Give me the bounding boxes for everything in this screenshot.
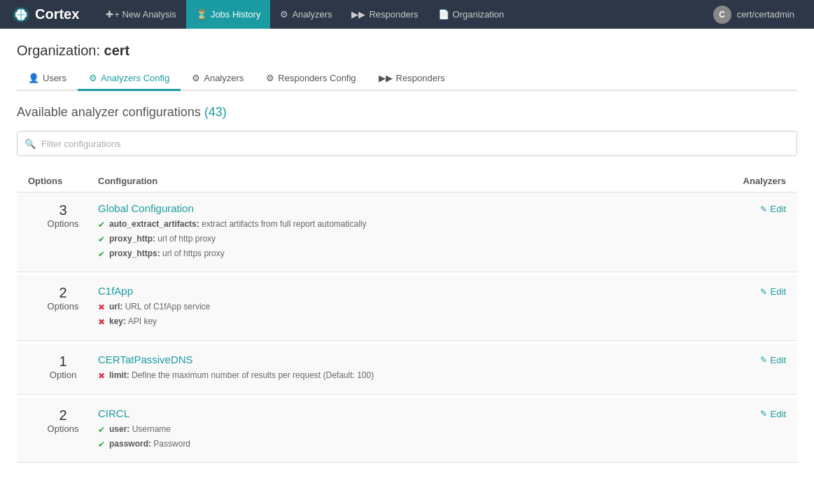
options-count: 2 Options: [28, 407, 98, 434]
new-analysis-button[interactable]: ✚ + New Analysis: [96, 0, 186, 29]
config-option-item: ✖ key: API key: [98, 316, 674, 328]
config-option-item: ✖ url: URL of C1fApp service: [98, 301, 674, 314]
edit-button[interactable]: ✎ Edit: [760, 202, 786, 214]
tab-responders[interactable]: ▶▶ Responders: [367, 67, 456, 91]
check-icon: ✔: [98, 219, 105, 231]
config-name[interactable]: Global Configuration: [98, 202, 674, 214]
settings-icon-3: ⚙: [266, 73, 274, 83]
edit-icon: ✎: [760, 204, 767, 214]
tab-responders-config[interactable]: ⚙ Responders Config: [255, 67, 367, 91]
config-name[interactable]: CIRCL: [98, 407, 674, 419]
check-icon: ✔: [98, 439, 105, 451]
edit-icon: ✎: [760, 355, 767, 365]
col-analyzers: Analyzers: [688, 176, 786, 186]
option-text: password: Password: [109, 438, 190, 450]
username: cert/certadmin: [737, 9, 794, 20]
responders-icon: ▶▶: [351, 9, 365, 20]
config-list: 3 Options Global Configuration ✔ auto_ex…: [17, 192, 797, 463]
plus-icon: ✚: [106, 9, 113, 20]
config-name[interactable]: CERTatPassiveDNS: [98, 354, 674, 365]
edit-button[interactable]: ✎ Edit: [760, 285, 786, 297]
edit-button[interactable]: ✎ Edit: [760, 407, 786, 419]
responders-nav[interactable]: ▶▶ Responders: [342, 0, 428, 29]
config-row: 2 Options CIRCL ✔ user: Username ✔ passw…: [17, 398, 797, 463]
main-content: Organization: cert 👤 Users ⚙ Analyzers C…: [0, 29, 814, 504]
tab-users[interactable]: 👤 Users: [17, 67, 78, 91]
check-icon: ✔: [98, 234, 105, 246]
analyzers-nav[interactable]: ⚙ Analyzers: [270, 0, 342, 29]
col-configuration: Configuration: [98, 176, 688, 186]
options-count: 3 Options: [28, 202, 98, 229]
tab-analyzers[interactable]: ⚙ Analyzers: [181, 67, 255, 91]
option-text: url: URL of C1fApp service: [109, 301, 210, 313]
brain-icon: [11, 5, 31, 24]
tab-analyzers-config[interactable]: ⚙ Analyzers Config: [78, 67, 181, 91]
timer-icon: ⏳: [196, 9, 207, 20]
org-icon: 📄: [438, 9, 449, 20]
settings-icon-1: ⚙: [89, 73, 97, 83]
analyzers-icon: ⚙: [280, 9, 288, 20]
page-title: Organization: cert: [17, 43, 797, 59]
config-details: C1fApp ✖ url: URL of C1fApp service ✖ ke…: [98, 285, 688, 330]
option-text: proxy_http: url of http proxy: [109, 233, 216, 245]
config-details: CERTatPassiveDNS ✖ limit: Define the max…: [98, 354, 688, 384]
edit-icon: ✎: [760, 409, 767, 419]
tabs: 👤 Users ⚙ Analyzers Config ⚙ Analyzers ⚙…: [17, 67, 797, 91]
options-count: 1 Option: [28, 354, 98, 380]
search-input[interactable]: [41, 139, 790, 149]
user-icon: 👤: [28, 73, 39, 83]
config-name[interactable]: C1fApp: [98, 285, 674, 297]
option-text: user: Username: [109, 424, 171, 435]
config-details: Global Configuration ✔ auto_extract_arti…: [98, 202, 688, 262]
brand-name: Cortex: [35, 6, 79, 22]
navbar: Cortex ✚ + New Analysis ⏳ Jobs History ⚙…: [0, 0, 814, 29]
config-option-item: ✔ proxy_https: url of https proxy: [98, 248, 674, 260]
brand[interactable]: Cortex: [11, 5, 79, 24]
config-option-item: ✖ limit: Define the maximum number of re…: [98, 370, 674, 382]
config-option-item: ✔ user: Username: [98, 424, 674, 436]
config-option-item: ✔ proxy_http: url of http proxy: [98, 233, 674, 246]
options-count: 2 Options: [28, 285, 98, 312]
jobs-history-nav[interactable]: ⏳ Jobs History: [186, 0, 271, 29]
responders-tab-icon: ▶▶: [379, 73, 393, 83]
organization-nav[interactable]: 📄 Organization: [428, 0, 514, 29]
edit-button[interactable]: ✎ Edit: [760, 354, 786, 365]
config-details: CIRCL ✔ user: Username ✔ password: Passw…: [98, 407, 688, 453]
col-options: Options: [28, 176, 98, 186]
option-text: key: API key: [109, 316, 157, 328]
search-icon: 🔍: [24, 139, 36, 149]
table-header: Options Configuration Analyzers: [17, 170, 797, 192]
option-text: proxy_https: url of https proxy: [109, 248, 225, 260]
option-text: limit: Define the maximum number of resu…: [109, 370, 374, 382]
config-option-item: ✔ auto_extract_artifacts: extract artifa…: [98, 218, 674, 231]
cross-icon: ✖: [98, 316, 105, 328]
check-icon: ✔: [98, 248, 105, 260]
check-icon: ✔: [98, 424, 105, 436]
config-row: 1 Option CERTatPassiveDNS ✖ limit: Defin…: [17, 344, 797, 395]
settings-icon-2: ⚙: [192, 73, 200, 83]
cross-icon: ✖: [98, 302, 105, 314]
config-row: 3 Options Global Configuration ✔ auto_ex…: [17, 192, 797, 272]
option-text: auto_extract_artifacts: extract artifact…: [109, 218, 366, 230]
edit-icon: ✎: [760, 287, 767, 297]
config-option-item: ✔ password: Password: [98, 438, 674, 451]
user-menu[interactable]: C cert/certadmin: [705, 0, 803, 29]
avatar: C: [713, 6, 731, 24]
cross-icon: ✖: [98, 370, 105, 382]
section-title: Available analyzer configurations (43): [17, 105, 797, 120]
search-bar: 🔍: [17, 131, 797, 156]
config-row: 2 Options C1fApp ✖ url: URL of C1fApp se…: [17, 275, 797, 341]
